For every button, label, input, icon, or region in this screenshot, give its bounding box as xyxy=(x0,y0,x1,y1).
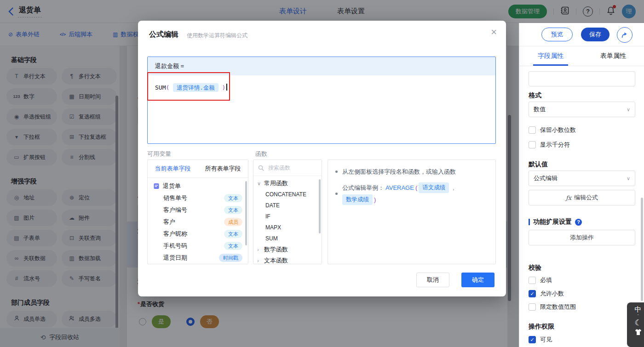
field-name-input[interactable] xyxy=(529,71,635,86)
type-badge: 文本 xyxy=(224,230,242,238)
search-input[interactable] xyxy=(267,164,315,171)
function-name: SUM xyxy=(265,235,278,242)
preview-button[interactable]: 预览 xyxy=(541,28,573,41)
format-label: 格式 xyxy=(529,91,541,100)
type-badge: 文本 xyxy=(224,242,242,250)
paren-open: ( xyxy=(415,183,417,192)
variables-scrollbar[interactable] xyxy=(245,181,247,245)
function-group-math[interactable]: ›数学函数 xyxy=(253,244,322,255)
example-function: AVERAGE xyxy=(385,183,414,192)
checkbox-row-decimals[interactable]: 保留小数位数 xyxy=(529,126,576,134)
add-action-button[interactable]: 添加操作 xyxy=(529,230,635,245)
section-bar xyxy=(529,219,530,225)
default-value-select[interactable]: 公式编辑 xyxy=(529,171,635,186)
function-name: DATE xyxy=(265,202,280,209)
properties-panel: 预览 保存 字段属性 表单属性 格式 数值 保留小数位数 显示千分符 默认值 公… xyxy=(519,23,644,347)
tab-all-form-fields[interactable]: 所有表单字段 xyxy=(198,160,248,177)
help-circle-icon[interactable]: ? xyxy=(575,219,582,226)
modal-title: 公式编辑 xyxy=(149,30,178,40)
function-item[interactable]: SUM xyxy=(253,233,322,244)
help-tip-text: 公式编辑举例：AVERAGE( 语文成绩 ， 数学成绩 ) xyxy=(342,182,488,205)
formula-input-area[interactable]: SUM( 退货详情.金额 ) xyxy=(148,75,495,92)
function-group-text[interactable]: ›文本函数 xyxy=(253,255,322,264)
save-button[interactable]: 保存 xyxy=(581,28,610,41)
cancel-button[interactable]: 取消 xyxy=(416,273,449,287)
tab-field-properties[interactable]: 字段属性 xyxy=(519,46,582,66)
formula-target: 退款金额 = xyxy=(148,57,495,75)
variable-row[interactable]: 退货日期时间戳 xyxy=(148,252,248,264)
example-prefix: 公式编辑举例： xyxy=(342,183,384,192)
chevron-down-icon: ∨ xyxy=(257,181,262,187)
checkbox-thousands[interactable] xyxy=(529,141,536,148)
ime-toolbar[interactable]: 中 ’ ☾ xyxy=(627,302,644,347)
variable-row[interactable]: 手机号码文本 xyxy=(148,240,248,252)
variable-row[interactable]: 客户成员 xyxy=(148,216,248,228)
share-button[interactable] xyxy=(617,27,632,43)
modal-subtitle: 使用数学运算符编辑公式 xyxy=(187,32,247,40)
function-group-label: 文本函数 xyxy=(264,256,288,264)
search-icon xyxy=(258,165,264,171)
app-window: 退货单 表单设计 表单设置 数据管理 ? 理 ⊘ 表单外链 xyxy=(0,0,644,347)
checkbox-row-required[interactable]: 必填 xyxy=(529,276,552,284)
tab-current-form-fields[interactable]: 当前表单字段 xyxy=(148,160,198,177)
ime-punctuation-icon[interactable]: ’ xyxy=(638,314,638,318)
shirt-icon[interactable] xyxy=(634,329,642,336)
checkbox-label: 限定数值范围 xyxy=(540,303,576,311)
paren-open: ( xyxy=(166,84,169,91)
field-chip[interactable]: 退货详情.金额 xyxy=(173,83,218,92)
variable-row[interactable]: 客户昵称文本 xyxy=(148,228,248,240)
functions-scrollbar[interactable] xyxy=(319,179,321,233)
type-badge: 文本 xyxy=(224,206,242,214)
example-chip-2: 数学成绩 xyxy=(342,194,373,205)
form-tree-node[interactable]: 退货单 xyxy=(148,180,248,192)
variable-row[interactable]: 销售单号文本 xyxy=(148,192,248,204)
form-doc-icon xyxy=(153,183,160,189)
checkbox-required[interactable] xyxy=(529,277,536,284)
function-group-label: 数学函数 xyxy=(264,245,288,254)
properties-tabs: 字段属性 表单属性 xyxy=(519,46,644,66)
checkbox-row-range[interactable]: 限定数值范围 xyxy=(529,303,576,311)
checkbox-decimals[interactable] xyxy=(529,126,536,134)
checkbox-label: 允许小数 xyxy=(540,290,564,298)
checkbox-label: 可见 xyxy=(540,336,552,344)
function-group-common[interactable]: ∨常用函数 xyxy=(253,178,322,189)
type-badge: 时间戳 xyxy=(219,254,242,262)
variables-section-label: 可用变量 xyxy=(147,150,171,158)
default-value: 公式编辑 xyxy=(534,174,558,182)
chevron-right-icon: › xyxy=(257,258,262,263)
formula-function-name: SUM xyxy=(155,84,166,91)
variable-row[interactable]: 客户编号文本 xyxy=(148,204,248,216)
extension-settings-header: 功能扩展设置 ? xyxy=(529,218,582,226)
ime-mode-indicator[interactable]: 中 xyxy=(635,305,642,313)
functions-panel: ∨常用函数 CONCATENATE DATE IF MAPX SUM ›数学函数… xyxy=(253,159,322,264)
moon-icon[interactable]: ☾ xyxy=(634,319,641,327)
variable-name: 客户昵称 xyxy=(163,230,187,238)
tab-form-properties[interactable]: 表单属性 xyxy=(582,46,644,66)
checkbox-allow-decimal[interactable] xyxy=(529,290,536,297)
text-cursor xyxy=(226,84,227,91)
properties-scrollbar[interactable] xyxy=(641,198,643,301)
checkbox-visible[interactable] xyxy=(529,336,536,343)
form-name: 退货单 xyxy=(163,182,181,190)
bullet-icon xyxy=(335,171,338,173)
function-name: IF xyxy=(265,213,270,220)
function-item[interactable]: DATE xyxy=(253,200,322,211)
format-select[interactable]: 数值 xyxy=(529,102,635,117)
variable-name: 手机号码 xyxy=(163,242,187,250)
help-tip-text: 从左侧面板选择字段名和函数，或输入函数 xyxy=(342,167,456,176)
edit-formula-button[interactable]: ƒx编辑公式 xyxy=(529,190,635,205)
confirm-button[interactable]: 确定 xyxy=(461,273,494,287)
close-icon[interactable]: × xyxy=(491,27,497,37)
function-item[interactable]: IF xyxy=(253,211,322,222)
checkbox-row-visible[interactable]: 可见 xyxy=(529,336,552,344)
comma: ， xyxy=(450,183,456,192)
checkbox-row-allow-decimal[interactable]: 允许小数 xyxy=(529,290,564,298)
function-item[interactable]: MAPX xyxy=(253,222,322,233)
variable-name: 退货日期 xyxy=(163,254,187,262)
checkbox-row-thousands[interactable]: 显示千分符 xyxy=(529,141,570,149)
function-item[interactable]: CONCATENATE xyxy=(253,189,322,200)
paren-close: ) xyxy=(374,195,376,204)
fx-icon: ƒx xyxy=(566,194,571,201)
share-arrow-icon xyxy=(621,31,628,39)
checkbox-range[interactable] xyxy=(529,303,536,311)
